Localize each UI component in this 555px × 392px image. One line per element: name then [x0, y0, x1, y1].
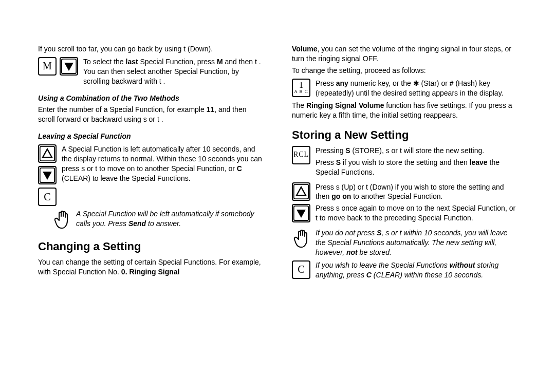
key-c-icon: C [292, 260, 310, 279]
key-c-icon: C [38, 188, 57, 206]
text-leaving: A Special Function is left automatically… [62, 144, 263, 183]
icons-up-down [292, 182, 310, 222]
icons-m-down: M [38, 57, 78, 76]
star-symbol: ✱ [413, 79, 419, 87]
key-m-icon: M [38, 57, 57, 76]
s-symbol: s [336, 204, 340, 212]
key-1-abc-icon: 1 A B C [292, 79, 310, 97]
row-press-any: 1 A B C Press any numeric key, or the ✱ … [292, 79, 517, 98]
para-combination: Enter the number of a Special Function, … [38, 105, 263, 124]
manual-page: If you scroll too far, you can go back b… [0, 0, 555, 293]
heading-storing: Storing a New Setting [292, 127, 517, 143]
heading-combination: Using a Combination of the Two Methods [38, 94, 263, 103]
left-column: If you scroll too far, you can go back b… [38, 42, 263, 283]
s-symbol: s [386, 146, 390, 155]
para-five-settings: The Ringing Signal Volume function has f… [292, 101, 517, 120]
row-note-call: A Special Function will be left automati… [38, 209, 263, 232]
text-press-s-leave: Press S if you wish to store the setting… [316, 158, 517, 177]
row-last-special: M To select the last Special Function, p… [38, 57, 263, 86]
para-scroll-back: If you scroll too far, you can go back b… [38, 44, 263, 54]
key-down-icon [38, 166, 57, 184]
heading-leaving: Leaving a Special Function [38, 132, 263, 141]
key-down-icon [60, 57, 78, 76]
hand-icon-wrapper [38, 209, 71, 232]
heading-changing: Changing a Setting [38, 239, 263, 254]
row-up-down: Press s (Up) or t (Down) if you wish to … [292, 182, 517, 226]
hand-icon [52, 209, 71, 232]
key-down-icon [292, 204, 310, 222]
text-last-special: To select the last Special Function, pre… [83, 57, 263, 86]
text-go-on: Press s (Up) or t (Down) if you wish to … [316, 182, 517, 202]
s-symbol: s [336, 183, 340, 191]
para-changing: You can change the setting of certain Sp… [38, 257, 263, 277]
text-store-group: Pressing S (STORE), s or t will store th… [316, 146, 517, 179]
text-up-down-group: Press s (Up) or t (Down) if you wish to … [316, 182, 517, 226]
s-symbol: s [143, 115, 147, 123]
key-rcl-wrapper: RCL [292, 146, 310, 164]
key-c-wrapper: C [292, 260, 310, 279]
note-timeout: If you do not press S, s or t within 10 … [316, 228, 517, 257]
key-up-icon [38, 144, 57, 163]
text-press-any: Press any numeric key, or the ✱ (Star) o… [316, 79, 517, 98]
row-note-timeout: If you do not press S, s or t within 10 … [292, 228, 517, 257]
right-column: Volume, you can set the volume of the ri… [292, 42, 517, 283]
hand-icon-wrapper [292, 228, 310, 251]
key-1abc-wrapper: 1 A B C [292, 79, 310, 97]
row-leaving: C A Special Function is left automatical… [38, 144, 263, 206]
icons-up-down-c: C [38, 144, 57, 206]
para-proceed: To change the setting, proceed as follow… [292, 66, 517, 76]
key-up-icon [292, 182, 310, 201]
note-call: A Special Function will be left automati… [76, 209, 263, 229]
hand-icon [292, 228, 310, 251]
text-once-again: Press s once again to move on to the nex… [316, 203, 517, 223]
row-rcl: RCL Pressing S (STORE), s or t will stor… [292, 146, 517, 179]
row-note-clear: C If you wish to leave the Special Funct… [292, 260, 517, 280]
para-volume: Volume, you can set the volume of the ri… [292, 44, 517, 64]
key-rcl-icon: RCL [292, 146, 310, 164]
note-clear: If you wish to leave the Special Functio… [316, 260, 517, 280]
text-pressing-s: Pressing S (STORE), s or t will store th… [316, 146, 517, 156]
